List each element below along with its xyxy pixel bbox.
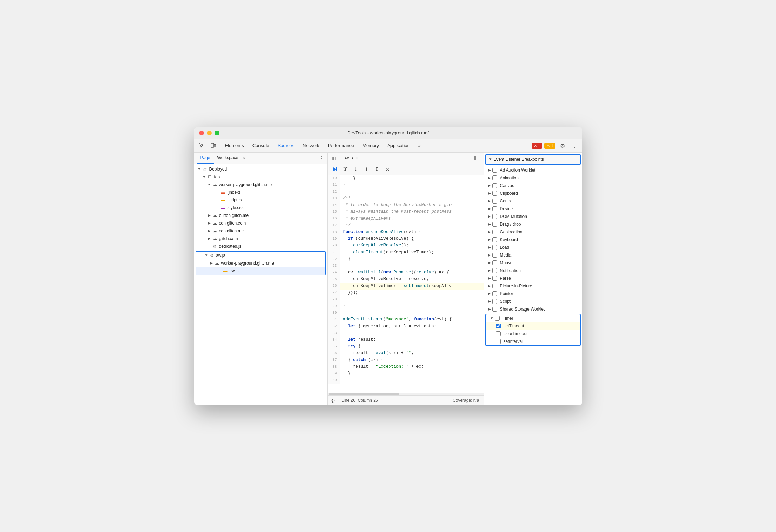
- bp-group-script[interactable]: ▶ Script: [484, 298, 582, 305]
- device-icon[interactable]: [208, 141, 218, 151]
- bp-checkbox-canvas[interactable]: [492, 183, 497, 188]
- tab-application[interactable]: Application: [383, 139, 414, 152]
- bp-group-dom-mutation[interactable]: ▶ DOM Mutation: [484, 213, 582, 220]
- bp-group-geolocation[interactable]: ▶ Geolocation: [484, 228, 582, 236]
- close-icon[interactable]: ✕: [355, 156, 358, 160]
- bp-group-timer[interactable]: ▼ Timer: [486, 314, 580, 322]
- code-editor[interactable]: 10 } 11 } 12 13 /** 14 * In ord: [328, 175, 484, 393]
- bp-checkbox-control[interactable]: [492, 199, 497, 204]
- bp-checkbox-drag-drop[interactable]: [492, 222, 497, 227]
- deactivate-breakpoints-button[interactable]: [383, 165, 392, 174]
- bp-group-media[interactable]: ▶ Media: [484, 251, 582, 259]
- inspect-icon[interactable]: [197, 141, 207, 151]
- list-item[interactable]: ▶ ⚙ dedicated.js: [194, 242, 327, 250]
- bp-checkbox-ad-auction[interactable]: [492, 168, 497, 173]
- bp-checkbox-device[interactable]: [492, 206, 497, 211]
- step-into-button[interactable]: [351, 165, 361, 174]
- warning-count[interactable]: ⚠ 1: [544, 143, 555, 149]
- bp-group-canvas[interactable]: ▶ Canvas: [484, 182, 582, 189]
- tab-more[interactable]: »: [414, 139, 425, 152]
- bp-group-drag-drop[interactable]: ▶ Drag / drop: [484, 220, 582, 228]
- bp-checkbox-parse[interactable]: [492, 276, 497, 281]
- bp-group-ad-auction[interactable]: ▶ Ad Auction Worklet: [484, 166, 582, 174]
- bp-checkbox-notification[interactable]: [492, 268, 497, 273]
- bp-group-parse[interactable]: ▶ Parse: [484, 274, 582, 282]
- bp-checkbox-keyboard[interactable]: [492, 237, 497, 242]
- error-count[interactable]: ✕ 1: [532, 143, 542, 149]
- list-item[interactable]: ▶ ▬ (index): [194, 188, 327, 196]
- close-button[interactable]: [199, 131, 204, 135]
- scroll-thumb[interactable]: [329, 393, 399, 395]
- list-item[interactable]: ▶ ☁ glitch.com: [194, 235, 327, 242]
- bp-checkbox-animation[interactable]: [492, 175, 497, 180]
- bp-checkbox-dom-mutation[interactable]: [492, 214, 497, 219]
- bp-group-control[interactable]: ▶ Control: [484, 197, 582, 205]
- bp-group-pip[interactable]: ▶ Picture-in-Picture: [484, 282, 582, 290]
- line-content: curKeepAliveResolve = resolve;: [340, 276, 429, 282]
- bp-label: Parse: [500, 276, 511, 281]
- bp-checkbox-mouse[interactable]: [492, 260, 497, 265]
- bp-group-shared-storage[interactable]: ▶ Shared Storage Worklet: [484, 305, 582, 313]
- bp-checkbox-clipboard[interactable]: [492, 191, 497, 196]
- list-item[interactable]: ▶ ☁ cdn.glitch.me: [194, 227, 327, 235]
- list-item[interactable]: ▼ ☁ worker-playground.glitch.me: [194, 181, 327, 188]
- list-item[interactable]: ▼ ⚙ sw.js: [196, 252, 325, 259]
- bp-checkbox-pip[interactable]: [492, 284, 497, 288]
- bp-group-device[interactable]: ▶ Device: [484, 205, 582, 213]
- settings-icon[interactable]: ⚙: [558, 141, 567, 151]
- bp-checkbox-script[interactable]: [492, 299, 497, 304]
- list-item[interactable]: ▶ ▬ sw.js: [196, 267, 325, 275]
- chevron-right-icon: ▶: [488, 261, 491, 265]
- event-listener-section-header[interactable]: ▼ Event Listener Breakpoints: [486, 155, 580, 164]
- tab-performance[interactable]: Performance: [324, 139, 358, 152]
- list-item[interactable]: ▼ ▱ Deployed: [194, 165, 327, 173]
- tab-console[interactable]: Console: [248, 139, 274, 152]
- bp-checkbox-media[interactable]: [492, 253, 497, 258]
- bp-checkbox-cleartimeout[interactable]: [496, 331, 501, 336]
- step-out-button[interactable]: [362, 165, 371, 174]
- sidebar-tab-page[interactable]: Page: [197, 153, 214, 164]
- bp-group-animation[interactable]: ▶ Animation: [484, 174, 582, 182]
- tree-label: Deployed: [209, 167, 227, 172]
- format-icon[interactable]: {}: [332, 398, 335, 403]
- step-button[interactable]: [373, 165, 382, 174]
- sidebar-tab-workspace[interactable]: Workspace: [214, 153, 242, 164]
- list-item[interactable]: ▶ ▬ script.js: [194, 196, 327, 204]
- tab-sources[interactable]: Sources: [273, 139, 298, 152]
- pause-code-icon[interactable]: ⏸: [469, 155, 481, 161]
- sidebar-menu-icon[interactable]: ⋮: [319, 155, 324, 161]
- resume-button[interactable]: [330, 165, 340, 174]
- tab-elements[interactable]: Elements: [221, 139, 248, 152]
- bp-checkbox-timer-minus[interactable]: [495, 316, 500, 321]
- bp-checkbox-load[interactable]: [492, 245, 497, 250]
- horizontal-scrollbar[interactable]: [328, 393, 484, 395]
- step-over-button[interactable]: [341, 165, 350, 174]
- bp-group-notification[interactable]: ▶ Notification: [484, 267, 582, 274]
- list-item[interactable]: ▶ ☁ button.glitch.me: [194, 212, 327, 219]
- bp-checkbox-setinterval[interactable]: [496, 339, 501, 344]
- list-item[interactable]: ▶ ☁ worker-playground.glitch.me: [196, 259, 325, 267]
- bp-group-load[interactable]: ▶ Load: [484, 244, 582, 251]
- code-line: 40: [328, 377, 484, 384]
- list-item[interactable]: ▶ ☁ cdn.glitch.com: [194, 219, 327, 227]
- maximize-button[interactable]: [215, 131, 219, 135]
- code-tab-swjs[interactable]: sw.js ✕: [340, 153, 362, 164]
- list-item[interactable]: ▶ ▬ style.css: [194, 204, 327, 212]
- minimize-button[interactable]: [207, 131, 212, 135]
- tab-memory[interactable]: Memory: [358, 139, 383, 152]
- line-content: try {: [340, 343, 361, 350]
- bp-checkbox-settimeout[interactable]: [496, 324, 501, 328]
- bp-checkbox-geolocation[interactable]: [492, 230, 497, 234]
- bp-checkbox-pointer[interactable]: [492, 291, 497, 296]
- bp-checkbox-shared-storage[interactable]: [492, 307, 497, 312]
- bp-group-pointer[interactable]: ▶ Pointer: [484, 290, 582, 298]
- code-nav-back-icon[interactable]: ◧: [330, 154, 337, 161]
- bp-group-mouse[interactable]: ▶ Mouse: [484, 259, 582, 267]
- debug-toolbar: [328, 164, 484, 175]
- list-item[interactable]: ▼ □ top: [194, 173, 327, 181]
- bp-group-keyboard[interactable]: ▶ Keyboard: [484, 236, 582, 244]
- more-options-icon[interactable]: ⋮: [570, 141, 579, 151]
- tab-network[interactable]: Network: [298, 139, 324, 152]
- bp-group-clipboard[interactable]: ▶ Clipboard: [484, 189, 582, 197]
- sidebar-more[interactable]: »: [243, 156, 245, 160]
